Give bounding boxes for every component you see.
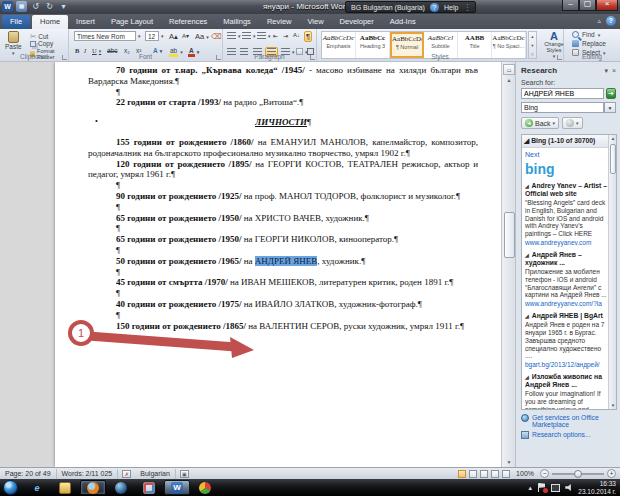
macro-record-icon[interactable]: ▣	[180, 470, 189, 478]
taskbar-word[interactable]: W	[164, 480, 190, 495]
save-icon[interactable]: ▦	[16, 1, 27, 12]
result-url-link[interactable]: www.andreyyanev.com/?la	[525, 300, 608, 307]
taskbar-chrome[interactable]	[192, 480, 218, 495]
change-case-button[interactable]: Aa▾	[195, 32, 209, 41]
tab-home[interactable]: Home	[32, 15, 68, 29]
result-title-link[interactable]: ◢ Изложба живопис на Андрей Янев ...	[525, 373, 608, 389]
tab-file[interactable]: File	[2, 15, 30, 29]
proofing-error-icon[interactable]: ✗	[122, 470, 131, 478]
bullets-button[interactable]: ▾	[227, 32, 241, 40]
scroll-up-icon[interactable]: ▲	[503, 77, 515, 83]
grow-font-button[interactable]: A▴	[169, 32, 178, 41]
replace-button[interactable]: Replace	[572, 40, 606, 47]
result-title-link[interactable]: ◢ Андрей ЯНЕВ | BgArt	[525, 312, 608, 320]
taskbar-internet-explorer[interactable]: e	[24, 480, 50, 495]
result-url-link[interactable]: www.andreyyanev.com	[525, 239, 608, 246]
network-icon[interactable]	[551, 484, 560, 492]
undo-icon[interactable]: ↺	[30, 1, 41, 12]
results-scrollbar-thumb[interactable]	[610, 144, 616, 174]
qat-dropdown-icon[interactable]: ▾	[58, 1, 69, 12]
zoom-level[interactable]: 100%	[513, 470, 537, 477]
results-scroll-up-icon[interactable]: ▲	[609, 136, 617, 141]
taskbar-clock[interactable]: 16:33 23.10.2014 г.	[578, 480, 616, 496]
web-layout-view-button[interactable]	[480, 470, 488, 478]
language-bar-grip[interactable]: ⋮	[463, 3, 470, 12]
results-scrollbar[interactable]: ▲ ▼	[608, 135, 616, 409]
tab-mailings[interactable]: Mailings	[215, 15, 259, 29]
copy-button[interactable]: Copy	[30, 40, 53, 47]
language-indicator[interactable]: Bulgarian	[135, 469, 176, 479]
zoom-in-button[interactable]: +	[607, 469, 616, 478]
font-family-combo[interactable]: Times New Rom▾	[74, 31, 141, 41]
action-center-flag-icon[interactable]	[538, 483, 546, 492]
back-button[interactable]: ◂ Back▾	[521, 117, 559, 129]
tab-view[interactable]: View	[299, 15, 331, 29]
pane-close-icon[interactable]: ×	[612, 67, 616, 75]
scrollbar-thumb[interactable]	[504, 212, 515, 258]
increase-indent-button[interactable]: ⇥	[283, 32, 288, 39]
decrease-indent-button[interactable]: ⇤	[273, 32, 278, 39]
result-title-link[interactable]: ◢ Andrey Yanev – Artist – Official web s…	[525, 182, 608, 198]
maximize-button[interactable]: ▢	[579, 0, 596, 11]
result-title-link[interactable]: ◢ Андрей Янев – художник ...	[525, 251, 608, 267]
styles-dialog-launcher-icon[interactable]	[557, 55, 562, 60]
outline-view-button[interactable]	[491, 470, 499, 478]
zoom-slider-thumb[interactable]	[574, 470, 582, 478]
word-app-icon[interactable]: W	[2, 1, 13, 12]
find-button[interactable]: Find▾	[572, 31, 600, 38]
close-button[interactable]: ×	[596, 0, 618, 11]
draft-view-button[interactable]	[502, 470, 510, 478]
next-results-link[interactable]: Next	[522, 148, 610, 159]
pane-menu-icon[interactable]: ▾	[604, 67, 608, 75]
tab-page-layout[interactable]: Page Layout	[103, 15, 161, 29]
taskbar-globe-browser[interactable]	[108, 480, 134, 495]
ruler-toggle-icon[interactable]: ▭	[503, 64, 515, 75]
page-count-indicator[interactable]: Page: 20 of 49	[0, 469, 57, 479]
language-bar[interactable]: BG Bulgarian (Bulgaria) ? Help ⋮	[345, 1, 476, 13]
sort-button[interactable]: A↓	[293, 32, 300, 38]
word-count-indicator[interactable]: Words: 2/11 025	[57, 469, 119, 479]
forward-button[interactable]: ▾	[562, 117, 583, 129]
fullscreen-view-button[interactable]	[469, 470, 477, 478]
numbering-button[interactable]: ▾	[242, 32, 256, 40]
shrink-font-button[interactable]: A▾	[182, 32, 189, 39]
document-page[interactable]: 70 години от т.нар. „Кървава коледа“ /19…	[55, 62, 501, 467]
document-scrollbar[interactable]: ▭ ▲ ▼	[501, 62, 515, 467]
result-url-link[interactable]: bgart.bg/2013/12/андрей/	[525, 361, 608, 368]
taskbar-paint[interactable]	[136, 480, 162, 495]
zoom-out-button[interactable]: −	[540, 469, 549, 478]
print-layout-view-button[interactable]	[458, 470, 466, 478]
ribbon-collapse-icon[interactable]: ▵	[597, 17, 601, 25]
tab-references[interactable]: References	[161, 15, 215, 29]
research-search-input[interactable]	[521, 88, 604, 99]
taskbar-explorer[interactable]	[52, 480, 78, 495]
tab-review[interactable]: Review	[259, 15, 300, 29]
show-hidden-icons-icon[interactable]: ▲	[527, 485, 533, 491]
font-size-combo[interactable]: 12▾	[145, 31, 164, 41]
tab-insert[interactable]: Insert	[68, 15, 103, 29]
clear-formatting-button[interactable]: ⌫	[211, 32, 222, 41]
search-provider-select[interactable]: Bing	[521, 102, 604, 113]
font-dialog-launcher-icon[interactable]	[216, 55, 221, 60]
zoom-slider[interactable]	[552, 473, 604, 475]
clipboard-dialog-launcher-icon[interactable]	[62, 55, 67, 60]
provider-dropdown-icon[interactable]: ▼	[604, 102, 616, 113]
tab-developer[interactable]: Developer	[332, 15, 382, 29]
selected-text[interactable]: АНДРЕЙ ЯНЕВ	[255, 256, 317, 266]
tab-add-ins[interactable]: Add-Ins	[382, 15, 424, 29]
show-formatting-marks-button[interactable]: ¶	[304, 31, 312, 42]
results-scroll-down-icon[interactable]: ▼	[609, 403, 617, 408]
results-section-header[interactable]: ◢ Bing (1-10 of 30700)	[522, 135, 610, 148]
language-bar-help-label[interactable]: Help	[444, 4, 458, 11]
minimize-button[interactable]: –	[562, 0, 579, 11]
start-button[interactable]	[3, 480, 18, 495]
scroll-down-icon[interactable]: ▼	[503, 459, 515, 465]
paragraph-dialog-launcher-icon[interactable]	[310, 55, 315, 60]
help-icon[interactable]: ?	[430, 3, 439, 12]
redo-icon[interactable]: ↻	[44, 1, 55, 12]
multilevel-list-button[interactable]: ▾	[257, 32, 271, 40]
office-marketplace-link[interactable]: Get services on Office Marketplace	[521, 414, 616, 428]
volume-icon[interactable]	[565, 484, 573, 492]
research-options-link[interactable]: Research options...	[521, 431, 616, 439]
taskbar-firefox[interactable]	[80, 480, 106, 495]
